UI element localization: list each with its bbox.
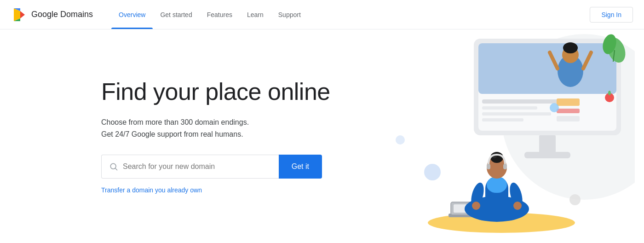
hero-content: Find your place online Choose from more … — [101, 78, 340, 195]
hero-subtitle: Choose from more than 300 domain endings… — [101, 116, 340, 140]
hero-illustration — [345, 29, 644, 243]
nav-item-support[interactable]: Support — [271, 0, 308, 29]
svg-line-6 — [115, 168, 117, 170]
svg-point-37 — [490, 152, 503, 163]
nav-item-get-started[interactable]: Get started — [153, 0, 199, 29]
svg-rect-22 — [539, 135, 556, 153]
svg-point-47 — [563, 42, 578, 53]
svg-point-28 — [608, 91, 611, 95]
svg-rect-39 — [487, 164, 490, 169]
subtitle-line1: Choose from more than 300 domain endings… — [101, 118, 249, 126]
svg-point-10 — [396, 135, 405, 145]
svg-rect-19 — [557, 109, 580, 113]
svg-marker-4 — [20, 11, 25, 18]
main-nav: Overview Get started Features Learn Supp… — [111, 0, 308, 29]
get-it-button[interactable]: Get it — [279, 155, 322, 179]
search-icon — [109, 162, 118, 171]
svg-point-8 — [424, 164, 441, 180]
domain-search-input[interactable] — [123, 162, 271, 171]
scene-illustration — [359, 29, 635, 243]
svg-rect-18 — [557, 98, 580, 106]
svg-rect-35 — [487, 177, 507, 193]
svg-rect-15 — [482, 106, 537, 110]
search-row: Get it — [101, 155, 322, 179]
svg-rect-23 — [524, 152, 570, 158]
svg-rect-20 — [557, 116, 580, 122]
svg-rect-17 — [482, 118, 523, 122]
logo-text: Google Domains — [31, 10, 93, 19]
svg-point-21 — [550, 103, 559, 112]
nav-item-learn[interactable]: Learn — [240, 0, 271, 29]
svg-point-9 — [569, 194, 581, 205]
subtitle-line2: Get 24/7 Google support from real humans… — [101, 130, 243, 138]
svg-point-44 — [513, 202, 522, 210]
logo-area[interactable]: Google Domains — [11, 6, 93, 23]
search-box — [101, 155, 279, 179]
svg-point-43 — [472, 202, 480, 210]
google-domains-logo-icon — [11, 6, 28, 23]
hero-title: Find your place online — [101, 78, 340, 106]
svg-rect-13 — [478, 43, 616, 94]
nav-item-features[interactable]: Features — [200, 0, 240, 29]
main-content: Find your place online Choose from more … — [0, 29, 644, 243]
header: Google Domains Overview Get started Feat… — [0, 0, 644, 29]
svg-rect-16 — [482, 112, 551, 116]
sign-in-button[interactable]: Sign In — [590, 7, 633, 23]
svg-rect-40 — [503, 164, 507, 169]
transfer-domain-link[interactable]: Transfer a domain you already own — [101, 186, 202, 194]
svg-rect-14 — [482, 99, 565, 104]
nav-item-overview[interactable]: Overview — [111, 0, 153, 29]
